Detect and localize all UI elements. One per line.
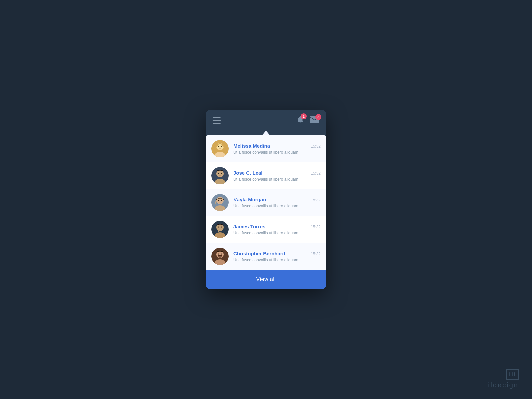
message-preview-2: Ut a fusce convallis ut libero aliquam	[233, 177, 321, 182]
notification-bell-wrapper[interactable]: 1	[296, 115, 305, 125]
avatar-jose	[211, 167, 229, 184]
message-content-5: Christopher Bernhard 15:32 Ut a fusce co…	[233, 251, 321, 262]
phone-card: 1 3	[206, 110, 326, 289]
message-item-1[interactable]: Melissa Medina 15:32 Ut a fusce convalli…	[206, 135, 326, 162]
message-time-4: 15:32	[311, 225, 321, 229]
svg-point-5	[221, 146, 222, 147]
menu-button[interactable]	[213, 117, 221, 124]
messages-envelope-wrapper[interactable]: 3	[310, 116, 319, 125]
svg-point-4	[218, 146, 219, 147]
watermark-logo: iii	[506, 369, 519, 380]
message-time-5: 15:32	[311, 252, 321, 256]
message-preview-1: Ut a fusce convallis ut libero aliquam	[233, 150, 321, 155]
sender-name-4: James Torres	[233, 224, 265, 229]
message-header-3: Kayla Morgan 15:32	[233, 197, 321, 202]
notification-badge: 1	[301, 113, 307, 119]
avatar-melissa	[211, 140, 229, 157]
message-content-4: James Torres 15:32 Ut a fusce convallis …	[233, 224, 321, 235]
message-item-3[interactable]: Kayla Morgan 15:32 Ut a fusce convallis …	[206, 189, 326, 216]
message-item-5[interactable]: Christopher Bernhard 15:32 Ut a fusce co…	[206, 243, 326, 270]
sender-name-5: Christopher Bernhard	[233, 251, 285, 256]
app-header: 1 3	[206, 110, 326, 131]
message-item-2[interactable]: Jose C. Leal 15:32 Ut a fusce convallis …	[206, 162, 326, 189]
message-header-2: Jose C. Leal 15:32	[233, 170, 321, 176]
watermark: iii ildесign	[488, 369, 519, 389]
avatar-james	[211, 221, 229, 238]
svg-point-14	[218, 200, 219, 201]
message-preview-5: Ut a fusce convallis ut libero aliquam	[233, 258, 321, 262]
avatar-christopher	[211, 248, 229, 265]
avatar-kayla	[211, 194, 229, 211]
dropdown-caret	[262, 131, 270, 135]
sender-name-3: Kayla Morgan	[233, 197, 266, 202]
message-item-4[interactable]: James Torres 15:32 Ut a fusce convallis …	[206, 216, 326, 243]
svg-point-24	[218, 254, 219, 255]
message-content-2: Jose C. Leal 15:32 Ut a fusce convallis …	[233, 170, 321, 182]
message-time-3: 15:32	[311, 198, 321, 202]
svg-point-19	[218, 227, 219, 228]
sender-name-2: Jose C. Leal	[233, 170, 263, 176]
sender-name-1: Melissa Medina	[233, 143, 270, 149]
header-icons: 1 3	[296, 115, 319, 125]
message-header-4: James Torres 15:32	[233, 224, 321, 229]
message-time-1: 15:32	[311, 144, 321, 149]
message-content-1: Melissa Medina 15:32 Ut a fusce convalli…	[233, 143, 321, 155]
svg-point-25	[221, 254, 222, 255]
watermark-text: ildесign	[488, 381, 519, 389]
message-header-5: Christopher Bernhard 15:32	[233, 251, 321, 256]
svg-point-10	[221, 173, 222, 174]
messages-panel: Melissa Medina 15:32 Ut a fusce convalli…	[206, 135, 326, 289]
svg-point-15	[221, 200, 222, 201]
message-preview-4: Ut a fusce convallis ut libero aliquam	[233, 231, 321, 235]
message-time-2: 15:32	[311, 171, 321, 176]
messages-badge: 3	[315, 114, 321, 120]
message-header-1: Melissa Medina 15:32	[233, 143, 321, 149]
view-all-button[interactable]: View all	[206, 270, 326, 289]
svg-point-9	[218, 173, 219, 174]
svg-point-20	[221, 227, 222, 228]
message-preview-3: Ut a fusce convallis ut libero aliquam	[233, 204, 321, 208]
message-content-3: Kayla Morgan 15:32 Ut a fusce convallis …	[233, 197, 321, 208]
